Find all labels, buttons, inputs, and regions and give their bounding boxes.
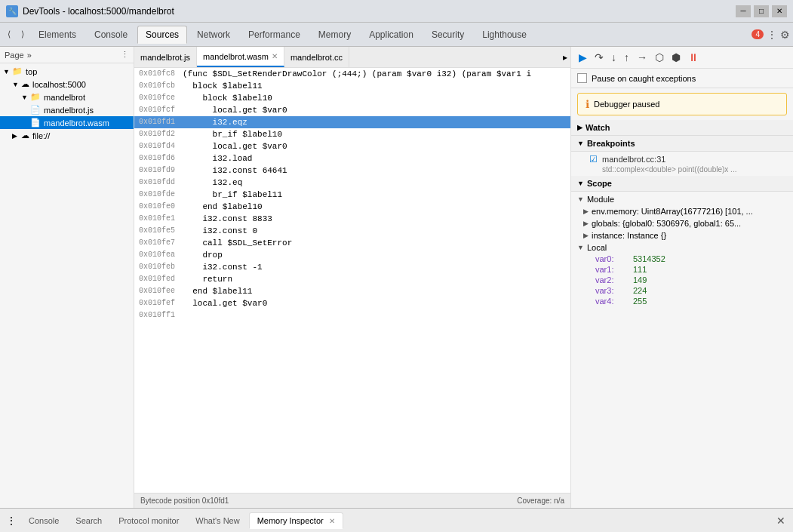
tab-application[interactable]: Application <box>361 26 422 44</box>
debug-step-out[interactable]: ↑ <box>621 50 632 65</box>
domain-icon: ☁ <box>21 79 29 89</box>
source-tab-js[interactable]: mandelbrot.js <box>134 47 197 67</box>
sidebar-menu-icon[interactable]: ⋮ <box>121 50 129 60</box>
scope-arrow: ▼ <box>577 180 584 187</box>
js-file-icon: 📄 <box>30 105 41 115</box>
pause-exceptions-checkbox[interactable] <box>577 73 587 83</box>
breakpoint-item: ☑ mandelbrot.cc:31 std::complex<double> … <box>571 152 793 176</box>
sidebar-item-mandelbrot-js[interactable]: 📄 mandelbrot.js <box>0 103 134 116</box>
title-bar-left: 🔧 DevTools - localhost:5000/mandelbrot <box>6 5 174 17</box>
var1-val: 111 <box>633 265 647 274</box>
debug-resume[interactable]: ▶ <box>576 50 590 65</box>
bottom-tab-protocol[interactable]: Protocol monitor <box>111 513 186 528</box>
code-line-3: 0x010fcf local.get $var0 <box>134 104 570 116</box>
source-tab-cc[interactable]: mandelbrot.cc <box>284 47 349 67</box>
more-options-button[interactable]: ⚙ <box>780 29 790 41</box>
watch-label: Watch <box>586 123 610 132</box>
memory-inspector-tab-label: Memory Inspector <box>257 516 324 525</box>
debug-step-into[interactable]: ↓ <box>608 50 619 65</box>
scope-var3: var3: 224 <box>571 285 793 296</box>
scope-section: ▼ Module ▶ env.memory: Uint8Array(167772… <box>571 192 793 308</box>
tab-security[interactable]: Security <box>423 26 472 44</box>
breakpoint-checkbox[interactable]: ☑ <box>589 154 598 165</box>
var4-val: 255 <box>633 297 647 306</box>
memory-inspector-tab-close[interactable]: ✕ <box>329 517 335 525</box>
source-tab-wasm-close[interactable]: ✕ <box>272 52 278 60</box>
breakpoint-text: std::complex<double> point((double)x ... <box>602 165 736 174</box>
scope-local[interactable]: ▼ Local <box>571 241 793 254</box>
bottom-tabs: ⋮ Console Search Protocol monitor What's… <box>0 509 793 532</box>
scope-instance[interactable]: ▶ instance: Instance {} <box>571 229 793 241</box>
scope-env-memory[interactable]: ▶ env.memory: Uint8Array(16777216) [101,… <box>571 205 793 217</box>
code-line-2: 0x010fce block $label10 <box>134 92 570 104</box>
bottom-panel-close[interactable]: ✕ <box>772 513 790 528</box>
tab-network[interactable]: Network <box>189 26 238 44</box>
scope-section-header[interactable]: ▼ Scope <box>571 176 793 192</box>
var3-val: 224 <box>633 286 647 295</box>
sidebar-expand-icon[interactable]: » <box>27 51 32 60</box>
debug-exception-settings[interactable]: ⬢ <box>669 50 684 65</box>
tab-sources[interactable]: Sources <box>137 26 187 44</box>
breakpoints-section-header[interactable]: ▼ Breakpoints <box>571 136 793 152</box>
code-line-9: 0x010fdd i32.eq <box>134 177 570 189</box>
scope-var1: var1: 111 <box>571 264 793 275</box>
bottom-panel: ⋮ Console Search Protocol monitor What's… <box>0 508 793 532</box>
bottom-tab-memory-inspector[interactable]: Memory Inspector ✕ <box>249 512 343 529</box>
sidebar-page-label: Page <box>5 51 24 60</box>
window-title: DevTools - localhost:5000/mandelbrot <box>23 6 174 17</box>
var3-key: var3: <box>595 286 633 295</box>
source-status-bar: Bytecode position 0x10fd1 Coverage: n/a <box>134 493 570 508</box>
debug-deactivate[interactable]: ⬡ <box>652 50 667 65</box>
var0-val: 5314352 <box>633 254 665 263</box>
tab-nav-back[interactable]: ⟨ <box>3 26 15 42</box>
folder-icon-mandelbrot: 📁 <box>30 92 41 102</box>
watch-section-header[interactable]: ▶ Watch <box>571 120 793 136</box>
sidebar-item-localhost[interactable]: ▼ ☁ localhost:5000 <box>0 78 134 91</box>
scope-module-label: Module <box>587 195 614 204</box>
bottom-tab-console[interactable]: Console <box>21 513 66 528</box>
bottom-panel-menu[interactable]: ⋮ <box>3 515 20 527</box>
tree-arrow-file: ▶ <box>12 132 21 140</box>
coverage-status: Coverage: n/a <box>517 497 564 505</box>
tab-elements[interactable]: Elements <box>30 26 85 44</box>
sidebar-item-top[interactable]: ▼ 📁 top <box>0 65 134 78</box>
tab-console[interactable]: Console <box>86 26 136 44</box>
devtools-icon: 🔧 <box>6 5 18 17</box>
bottom-tab-search[interactable]: Search <box>68 513 109 528</box>
tab-nav-forward[interactable]: ⟩ <box>17 26 29 42</box>
code-line-12: 0x010fe1 i32.const 8833 <box>134 213 570 225</box>
scope-module[interactable]: ▼ Module <box>571 193 793 205</box>
sidebar-item-file[interactable]: ▶ ☁ file:// <box>0 129 134 142</box>
scope-globals[interactable]: ▶ globals: {global0: 5306976, global1: 6… <box>571 217 793 229</box>
maximize-button[interactable]: □ <box>754 5 769 17</box>
close-button[interactable]: ✕ <box>772 5 787 17</box>
debug-step-over[interactable]: ↷ <box>592 50 607 65</box>
code-viewer[interactable]: 0x010fc8 (func $SDL_SetRenderDrawColor (… <box>134 68 570 493</box>
sidebar-item-mandelbrot-wasm[interactable]: 📄 mandelbrot.wasm <box>0 116 134 129</box>
sidebar-item-localhost-label: localhost:5000 <box>32 80 86 89</box>
file-sidebar: Page » ⋮ ▼ 📁 top ▼ ☁ localhost:5000 <box>0 47 134 508</box>
scope-local-label: Local <box>587 243 607 252</box>
scope-globals-label: globals: {global0: 5306976, global1: 65.… <box>592 219 741 228</box>
code-line-7: 0x010fd6 i32.load <box>134 152 570 165</box>
source-tab-wasm[interactable]: mandelbrot.wasm ✕ <box>197 47 284 67</box>
debug-step[interactable]: → <box>634 50 650 65</box>
tab-lighthouse[interactable]: Lighthouse <box>474 26 535 44</box>
var4-key: var4: <box>595 297 633 306</box>
source-tab-more[interactable]: ▸ <box>563 52 567 63</box>
tab-performance[interactable]: Performance <box>240 26 309 44</box>
var2-val: 149 <box>633 275 647 284</box>
sidebar-item-mandelbrot[interactable]: ▼ 📁 mandelbrot <box>0 91 134 103</box>
var0-key: var0: <box>595 254 633 263</box>
sidebar-item-mandelbrot-label: mandelbrot <box>44 93 85 102</box>
minimize-button[interactable]: ─ <box>736 5 751 17</box>
tab-memory[interactable]: Memory <box>310 26 359 44</box>
debugger-content: Pause on caught exceptions ℹ Debugger pa… <box>571 69 793 508</box>
bottom-tab-whats-new[interactable]: What's New <box>188 513 247 528</box>
scope-var4: var4: 255 <box>571 296 793 306</box>
scope-env-memory-label: env.memory: Uint8Array(16777216) [101, .… <box>592 207 753 216</box>
watch-arrow: ▶ <box>577 124 582 131</box>
settings-button[interactable]: ⋮ <box>767 29 777 41</box>
debug-pause-indicator[interactable]: ⏸ <box>685 50 702 65</box>
source-tab-js-label: mandelbrot.js <box>140 53 190 62</box>
